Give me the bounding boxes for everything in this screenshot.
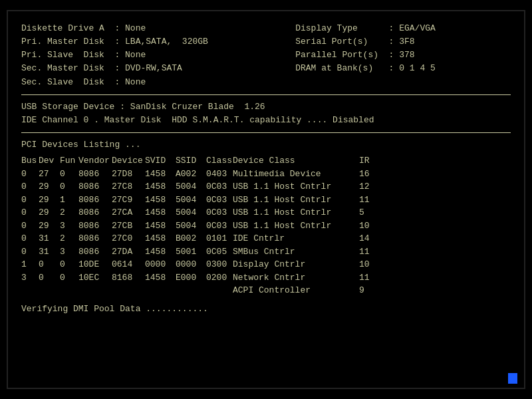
- pci-cell-class: 0C03: [206, 219, 233, 233]
- pci-cell-devclass: IDE Cntrlr: [233, 232, 359, 245]
- pci-cell-vendor: 8086: [78, 206, 112, 219]
- pci-cell-fun: 2: [60, 206, 78, 219]
- pci-cell-class: 0403: [206, 168, 233, 181]
- pci-cell-devclass: USB 1.1 Host Cntrlr: [233, 180, 359, 194]
- pci-cell-ssid: [176, 284, 206, 297]
- pci-cell-bus: [21, 284, 39, 297]
- pci-cell-svid: [145, 284, 176, 297]
- right-col: Display Type : EGA/VGA Serial Port(s) : …: [295, 22, 511, 89]
- pci-row: 0 29 3 8086 27CB 1458 5004 0C03 USB 1.1 …: [21, 219, 511, 233]
- pci-cell-fun: 0: [60, 258, 78, 271]
- pci-cell-bus: 0: [21, 219, 39, 233]
- pci-row: 0 31 3 8086 27DA 1458 5001 0C05 SMBus Cn…: [21, 245, 511, 259]
- pci-cell-ssid: 5004: [176, 219, 206, 233]
- col-header-bus: Bus: [21, 154, 39, 168]
- pci-cell-svid: 1458: [145, 206, 176, 219]
- pci-cell-irq: 5: [359, 206, 379, 219]
- pci-cell-svid: 1458: [145, 271, 176, 285]
- pci-cell-ssid: 5004: [176, 206, 206, 219]
- pci-cell-dev: [39, 284, 60, 297]
- pci-cell-svid: 1458: [145, 232, 176, 245]
- pci-cell-ssid: 5001: [176, 245, 206, 259]
- pci-cell-device: [112, 284, 145, 297]
- pci-cell-device: 27CB: [112, 219, 145, 233]
- pci-cell-irq: 14: [359, 232, 379, 245]
- pci-cell-dev: 29: [39, 180, 60, 194]
- pci-cell-svid: 1458: [145, 168, 176, 181]
- display-type-line: Display Type : EGA/VGA: [295, 22, 511, 35]
- pci-row: 0 29 0 8086 27C8 1458 5004 0C03 USB 1.1 …: [21, 180, 511, 194]
- pci-cell-dev: 0: [39, 258, 60, 271]
- diskette-drive-line: Diskette Drive A : None: [21, 22, 291, 35]
- col-header-class: Class: [206, 154, 233, 168]
- pci-cell-devclass: Display Cntrlr: [233, 258, 359, 271]
- pci-cell-fun: 0: [60, 168, 78, 181]
- pci-cell-class: 0200: [206, 271, 233, 285]
- serial-port-line: Serial Port(s) : 3F8: [295, 35, 511, 49]
- pci-cell-class: 0C05: [206, 245, 233, 259]
- pci-cell-irq: 10: [359, 258, 379, 271]
- top-section: Diskette Drive A : None Pri. Master Disk…: [21, 22, 511, 95]
- pci-cell-fun: 3: [60, 219, 78, 233]
- pri-slave-line: Pri. Slave Disk : None: [21, 49, 291, 62]
- pci-cell-bus: 0: [21, 180, 39, 194]
- dram-bank-line: DRAM at Bank(s) : 0 1 4 5: [295, 62, 511, 75]
- pci-cell-vendor: [78, 284, 112, 297]
- pci-cell-irq: 12: [359, 180, 379, 194]
- pci-section: PCI Devices Listing ... Bus Dev Fun Vend…: [21, 138, 511, 297]
- bios-screen: Diskette Drive A : None Pri. Master Disk…: [7, 10, 525, 389]
- pci-cell-dev: 29: [39, 219, 60, 233]
- pci-cell-device: 27CA: [112, 206, 145, 219]
- sec-slave-line: Sec. Slave Disk : None: [21, 76, 291, 89]
- pci-cell-class: 0C03: [206, 180, 233, 194]
- parallel-port-line: Parallel Port(s) : 378: [295, 49, 511, 62]
- pci-cell-class: 0300: [206, 258, 233, 271]
- pci-cell-vendor: 8086: [78, 194, 112, 207]
- pci-row: 0 27 0 8086 27D8 1458 A002 0403 Multimed…: [21, 168, 511, 181]
- pci-cell-svid: 1458: [145, 180, 176, 194]
- pci-row: 0 29 1 8086 27C9 1458 5004 0C03 USB 1.1 …: [21, 194, 511, 207]
- col-header-fun: Fun: [60, 154, 78, 168]
- bios-content: Diskette Drive A : None Pri. Master Disk…: [21, 22, 511, 377]
- pci-cell-irq: 16: [359, 168, 379, 181]
- pci-row: 3 0 0 10EC 8168 1458 E000 0200 Network C…: [21, 271, 511, 285]
- pci-cell-device: 27C8: [112, 180, 145, 194]
- pci-cell-devclass: ACPI Controller: [233, 284, 359, 297]
- pci-cell-irq: 10: [359, 219, 379, 233]
- pci-cell-dev: 31: [39, 245, 60, 259]
- pci-cell-irq: 11: [359, 271, 379, 285]
- pci-cell-fun: 0: [60, 271, 78, 285]
- left-col: Diskette Drive A : None Pri. Master Disk…: [21, 22, 291, 89]
- ide-channel-line: IDE Channel 0 . Master Disk HDD S.M.A.R.…: [21, 114, 511, 127]
- pci-cell-vendor: 8086: [78, 219, 112, 233]
- pci-cell-bus: 0: [21, 206, 39, 219]
- col-header-dev: Dev: [39, 154, 60, 168]
- pci-cell-devclass: SMBus Cntrlr: [233, 245, 359, 259]
- sec-master-line: Sec. Master Disk : DVD-RW,SATA: [21, 62, 291, 75]
- blue-cursor-bar: [508, 373, 517, 384]
- verifying-dmi-line: Verifying DMI Pool Data ............: [21, 303, 511, 316]
- pci-row: ACPI Controller 9: [21, 284, 511, 297]
- col-header-devclass: Device Class: [233, 154, 359, 168]
- pci-cell-devclass: USB 1.1 Host Cntrlr: [233, 194, 359, 207]
- pci-cell-class: 0C03: [206, 194, 233, 207]
- pci-cell-dev: 31: [39, 232, 60, 245]
- col-header-irq: IR: [359, 154, 379, 168]
- pci-cell-device: 27D8: [112, 168, 145, 181]
- pci-cell-irq: 9: [359, 284, 379, 297]
- pci-cell-device: 8168: [112, 271, 145, 285]
- pci-cell-fun: [60, 284, 78, 297]
- pci-cell-bus: 0: [21, 194, 39, 207]
- pci-header: PCI Devices Listing ...: [21, 138, 511, 152]
- pci-cell-ssid: A002: [176, 168, 206, 181]
- pci-cell-device: 27C9: [112, 194, 145, 207]
- pci-cell-fun: 2: [60, 232, 78, 245]
- pci-cell-irq: 11: [359, 194, 379, 207]
- pci-cell-device: 27C0: [112, 232, 145, 245]
- pci-cell-vendor: 8086: [78, 245, 112, 259]
- pci-cell-dev: 29: [39, 194, 60, 207]
- pci-cell-bus: 1: [21, 258, 39, 271]
- pci-row: 1 0 0 10DE 0614 0000 0000 0300 Display C…: [21, 258, 511, 271]
- pci-cell-vendor: 8086: [78, 180, 112, 194]
- pci-cell-fun: 1: [60, 194, 78, 207]
